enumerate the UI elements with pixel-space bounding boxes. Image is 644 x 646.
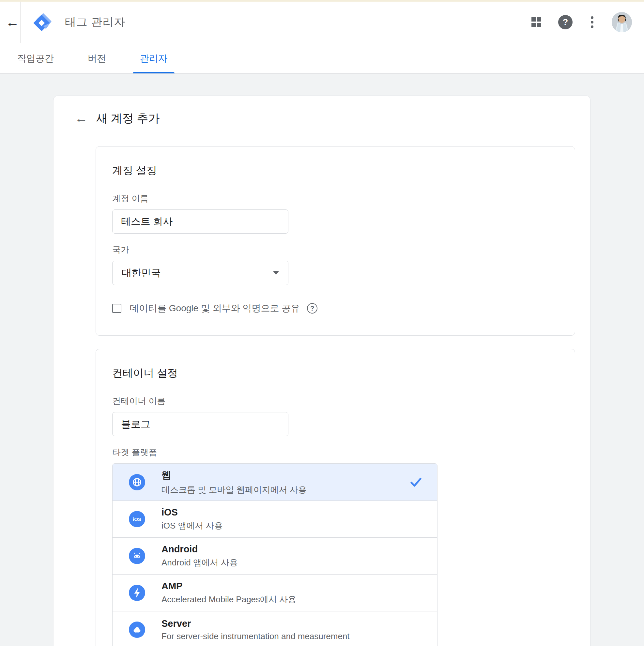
account-settings-panel: 계정 설정 계정 이름 국가 대한민국 데이터를 Google 및 외부와 익명… [96, 146, 575, 336]
platform-row-server[interactable]: Server For server-side instrumentation a… [113, 611, 437, 646]
selected-check-icon [409, 476, 423, 489]
top-tab-bar: 작업공간 버전 관리자 [0, 43, 644, 74]
svg-text:iOS: iOS [133, 517, 141, 522]
help-icon[interactable]: ? [558, 15, 572, 29]
amp-bolt-icon [129, 585, 145, 601]
platform-description: Accelerated Mobile Pages에서 사용 [162, 594, 423, 605]
apps-grid-icon[interactable] [531, 17, 541, 27]
platform-row-amp[interactable]: AMP Accelerated Mobile Pages에서 사용 [113, 574, 437, 611]
country-selected-value: 대한민국 [122, 266, 161, 280]
server-cloud-icon [129, 622, 145, 638]
active-tab-underline [133, 72, 175, 74]
platform-row-ios[interactable]: iOS iOS iOS 앱에서 사용 [113, 501, 437, 537]
container-settings-heading: 컨테이너 설정 [112, 366, 558, 381]
page-back-button[interactable]: ← [75, 112, 88, 125]
page-title: 새 계정 추가 [96, 111, 159, 126]
platform-title: Android [162, 544, 198, 554]
platform-description: iOS 앱에서 사용 [162, 520, 423, 532]
tab-versions[interactable]: 버전 [81, 43, 113, 74]
header-divider [20, 2, 20, 43]
platform-description: 데스크톱 및 모바일 웹페이지에서 사용 [162, 484, 409, 496]
ios-icon: iOS [129, 511, 145, 527]
account-name-label: 계정 이름 [112, 193, 558, 204]
account-settings-heading: 계정 설정 [112, 164, 558, 178]
tab-workspace[interactable]: 작업공간 [10, 43, 61, 74]
tag-manager-logo-icon [33, 13, 52, 32]
share-data-checkbox[interactable] [112, 304, 121, 313]
container-settings-panel: 컨테이너 설정 컨테이너 이름 타겟 플랫폼 웹 데스크톱 및 모바일 웹페이지… [96, 349, 575, 646]
web-globe-icon [129, 474, 145, 491]
share-help-icon[interactable]: ? [307, 303, 317, 314]
add-account-card: ← 새 계정 추가 계정 설정 계정 이름 국가 대한민국 데이터를 Googl… [53, 95, 591, 646]
account-name-input[interactable] [112, 209, 289, 234]
avatar[interactable] [612, 12, 632, 32]
android-icon [129, 548, 145, 564]
tab-admin[interactable]: 관리자 [133, 43, 175, 74]
platform-title: AMP [162, 581, 182, 591]
target-platform-label: 타겟 플랫폼 [112, 447, 558, 458]
chevron-down-icon [273, 271, 279, 275]
share-data-label: 데이터를 Google 및 외부와 익명으로 공유 [130, 302, 300, 315]
platform-row-web[interactable]: 웹 데스크톱 및 모바일 웹페이지에서 사용 [113, 464, 437, 501]
country-select[interactable]: 대한민국 [112, 261, 289, 285]
platform-description: Android 앱에서 사용 [162, 557, 423, 568]
browser-back-button[interactable]: ← [5, 14, 20, 30]
admin-content: ← 새 계정 추가 계정 설정 계정 이름 국가 대한민국 데이터를 Googl… [0, 95, 644, 646]
platform-title: 웹 [162, 470, 171, 480]
container-name-label: 컨테이너 이름 [112, 396, 558, 407]
app-title: 태그 관리자 [65, 15, 125, 30]
platform-list: 웹 데스크톱 및 모바일 웹페이지에서 사용 iOS iOS iOS 앱에서 사… [112, 463, 437, 646]
container-name-input[interactable] [112, 412, 289, 436]
platform-row-android[interactable]: Android Android 앱에서 사용 [113, 537, 437, 574]
country-label: 국가 [112, 244, 558, 255]
platform-title: Server [162, 618, 191, 629]
platform-title: iOS [162, 507, 178, 518]
more-vertical-icon[interactable] [589, 15, 595, 29]
platform-description: For server-side instrumentation and meas… [162, 631, 423, 641]
app-header: ← 태그 관리자 ? [0, 2, 644, 43]
